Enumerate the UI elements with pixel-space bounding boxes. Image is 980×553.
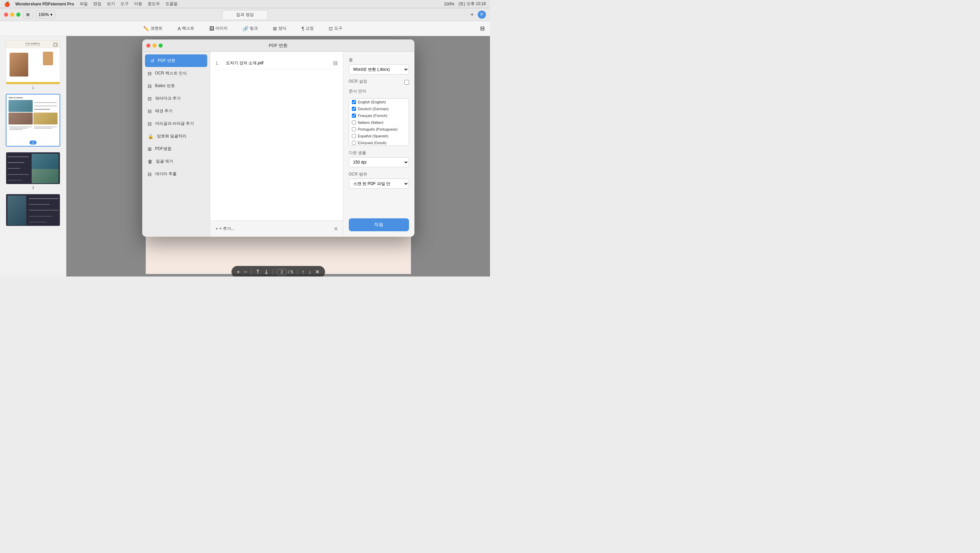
extract-icon: ⊟ xyxy=(148,172,152,177)
zoom-in-button[interactable]: + xyxy=(237,269,240,275)
scroll-top-button[interactable]: ⤒ xyxy=(256,269,260,275)
menu-bates[interactable]: ⊟ Bates 번호 xyxy=(142,79,210,92)
ocr-range-label: OCR 범위 xyxy=(349,172,409,177)
ocr-range-select[interactable]: 스캔 된 PDF 파일 만 모든 PDF 파일 xyxy=(349,178,409,189)
menu-encrypt[interactable]: 🔒 암호화 일괄처리 xyxy=(142,130,210,143)
menu-tools[interactable]: 도구 xyxy=(121,1,129,7)
page-number-3: 3 xyxy=(6,186,60,190)
dialog-traffic-lights xyxy=(146,43,163,48)
dialog-menu: ↺ PDF 변환 ⊟ OCR 텍스트 인식 ⊟ Bates 번호 ⊟ xyxy=(142,52,210,237)
page-thumbnail-4[interactable] xyxy=(6,194,60,227)
lang-english-checkbox[interactable] xyxy=(352,100,356,104)
main-layout: COLUMBIA COLLECTIVE ▶ 1 Table of Content… xyxy=(0,36,490,276)
ocr-header: OCR 설정 xyxy=(349,79,409,86)
menu-background[interactable]: ⊟ 배경 추가 xyxy=(142,105,210,118)
menu-merge[interactable]: ⊞ PDF병합 xyxy=(142,143,210,155)
current-tab[interactable]: 집과 영감 xyxy=(222,10,267,19)
minimize-button[interactable] xyxy=(10,13,14,17)
lang-portuguese-checkbox[interactable] xyxy=(352,127,356,131)
layout-toggle-icon[interactable]: ⊟ xyxy=(480,25,485,32)
lang-spanish-checkbox[interactable] xyxy=(352,134,356,138)
add-tab-button[interactable]: + xyxy=(471,11,474,17)
toolbar-link[interactable]: 🔗 링크 xyxy=(239,24,261,33)
edit-icon: ¶ xyxy=(301,26,304,31)
comment-icon: ✏️ xyxy=(143,26,149,31)
prev-page-button[interactable]: ↑ xyxy=(301,269,304,275)
link-icon: 🔗 xyxy=(243,26,248,31)
lang-italian-checkbox[interactable] xyxy=(352,121,356,124)
menu-remove[interactable]: 🗑 일괄 제거 xyxy=(142,155,210,168)
scroll-bottom-button[interactable]: ⤓ xyxy=(264,269,269,275)
menu-move[interactable]: 이동 xyxy=(134,1,142,7)
toolbar-text[interactable]: A 텍스트 xyxy=(174,24,198,33)
sample-label: 다운 샘플 xyxy=(349,150,409,156)
watermark-icon: ⊟ xyxy=(148,96,152,101)
file-number: 1. xyxy=(216,61,226,66)
zoom-out-button[interactable]: − xyxy=(244,269,247,275)
menu-extract[interactable]: ⊟ 데이터 추출 xyxy=(142,168,210,180)
close-button[interactable] xyxy=(4,13,8,17)
ocr-section: OCR 설정 문서 언어 English (English) xyxy=(349,79,409,146)
trash-icon: 🗑 xyxy=(148,159,153,164)
menu-file[interactable]: 파일 xyxy=(80,1,88,7)
page-thumbnail-2[interactable]: Table of Contents xyxy=(6,94,60,148)
menu-edit[interactable]: 편집 xyxy=(93,1,102,7)
sidebar-toggle[interactable]: ⊞ xyxy=(23,11,33,19)
ocr-icon: ⊟ xyxy=(148,71,152,76)
next-page-button[interactable]: ↓ xyxy=(308,269,311,275)
dialog-minimize-button[interactable] xyxy=(153,43,156,48)
clock: (토) 오후 10:16 xyxy=(458,1,486,7)
toolbar-right: ⊟ xyxy=(480,25,485,32)
app-titlebar: ⊞ 150% ▾ 집과 영감 + P xyxy=(0,8,490,21)
bottom-navigation: + − ⤒ ⤓ / 5 ↑ ↓ ✕ xyxy=(231,266,325,276)
menu-header-footer[interactable]: ⊟ 머리글과 바닥글 추가 xyxy=(142,118,210,130)
header-footer-icon: ⊟ xyxy=(148,121,152,127)
format-label: 폼 xyxy=(349,57,409,63)
lang-french-checkbox[interactable] xyxy=(352,114,356,118)
toolbar-comment[interactable]: ✏️ 코멘트 xyxy=(140,24,166,33)
toolbar-edit[interactable]: ¶ 교정 xyxy=(298,24,317,33)
pdf-convert-dialog: PDF 변환 ↺ PDF 변환 ⊟ OCR 텍스트 인식 xyxy=(142,40,414,237)
add-file-button[interactable]: + + 추가... xyxy=(216,226,234,232)
image-icon: 🖼 xyxy=(209,26,214,31)
page-input[interactable] xyxy=(277,269,286,275)
zoom-selector[interactable]: 150% ▾ xyxy=(35,11,56,19)
background-icon: ⊟ xyxy=(148,108,152,114)
nav-divider-2 xyxy=(272,269,273,275)
apply-button[interactable]: 적용 xyxy=(349,218,409,231)
titlebar-left: ⊞ 150% ▾ xyxy=(4,11,56,19)
convert-icon: ↺ xyxy=(150,58,154,64)
menu-watermark[interactable]: ⊟ 워터마크 추가 xyxy=(142,92,210,105)
chevron-down-icon: ▾ xyxy=(50,12,52,17)
nav-divider-3 xyxy=(297,269,298,275)
page-thumbnail-3[interactable]: 3 xyxy=(6,152,60,190)
page-thumbnail-1[interactable]: COLUMBIA COLLECTIVE ▶ 1 xyxy=(6,40,60,90)
dialog-overlay: PDF 변환 ↺ PDF 변환 ⊟ OCR 텍스트 인식 xyxy=(66,36,490,276)
menu-view[interactable]: 보기 xyxy=(107,1,115,7)
dialog-maximize-button[interactable] xyxy=(159,43,163,48)
format-select[interactable]: Word로 변환 (.docx) Excel로 변환 (.xlsx) Power… xyxy=(349,64,409,75)
lang-german-checkbox[interactable] xyxy=(352,107,356,111)
dialog-close-button[interactable] xyxy=(146,43,150,48)
menu-window[interactable]: 윈도우 xyxy=(148,1,160,7)
toolbar-form[interactable]: ⊞ 양식 xyxy=(269,24,290,33)
avatar: P xyxy=(478,11,486,19)
nav-divider-1 xyxy=(251,269,251,275)
main-toolbar: ✏️ 코멘트 A 텍스트 🖼 이미지 🔗 링크 ⊞ 양식 ¶ 교정 ⊡ 도구 ⊟ xyxy=(0,21,490,36)
toolbar-tools-btn[interactable]: ⊡ 도구 xyxy=(325,24,346,33)
traffic-lights xyxy=(4,13,21,17)
file-list: 1. 도자기 강의 소개.pdf ⊟ xyxy=(210,52,343,220)
menu-ocr[interactable]: ⊟ OCR 텍스트 인식 xyxy=(142,67,210,79)
apple-icon[interactable]: 🍎 xyxy=(4,2,10,7)
ocr-checkbox[interactable] xyxy=(404,80,409,85)
toolbar-image[interactable]: 🖼 이미지 xyxy=(206,24,231,33)
menu-pdf-convert[interactable]: ↺ PDF 변환 xyxy=(145,54,207,67)
close-nav-button[interactable]: ✕ xyxy=(315,269,320,275)
lang-greek-checkbox[interactable] xyxy=(352,141,356,145)
maximize-button[interactable] xyxy=(16,13,21,17)
menu-help[interactable]: 도움말 xyxy=(165,1,178,7)
sample-select[interactable]: 150 dpi 300 dpi 72 dpi xyxy=(349,157,409,167)
mac-menubar: 🍎 Wondershare PDFelement Pro 파일 편집 보기 도구… xyxy=(0,0,490,8)
app-name[interactable]: Wondershare PDFelement Pro xyxy=(15,2,74,6)
list-view-icon[interactable]: ≡ xyxy=(334,226,337,232)
